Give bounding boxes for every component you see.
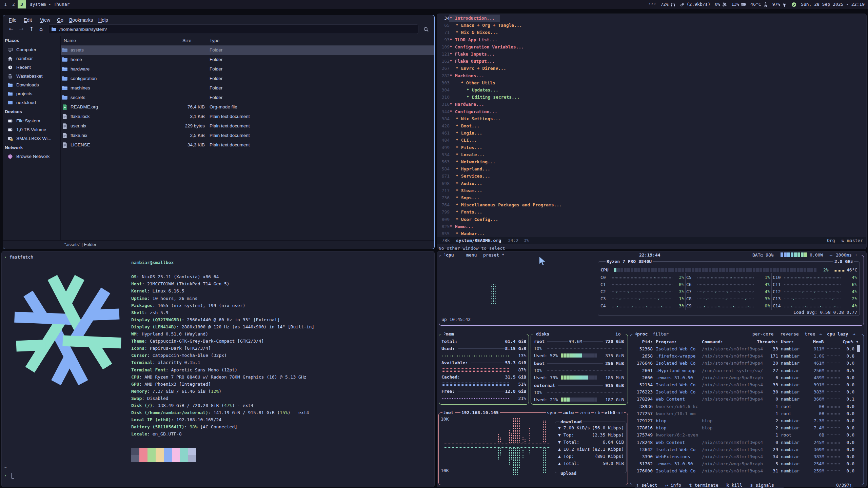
statusbar-module-idle-inhibitor[interactable]: ᶻᶻᶻ [648,0,656,9]
proc-header-threads[interactable]: Threads: [751,338,778,345]
tree-button[interactable]: tree [804,330,816,338]
statusbar-module-temperature[interactable]: 46°C [750,0,768,9]
statusbar-module-cpu-usage[interactable]: 0% [715,0,727,9]
menu-item-file[interactable]: File [9,16,17,24]
proc-row[interactable]: 178294Web Content/nix/store/sm8fmrf3wps4… [631,395,861,403]
menu-item-help[interactable]: Help [98,16,108,24]
sidebar-item-wastebasket[interactable]: Wastebasket [3,72,59,81]
sidebar-item-nextcloud[interactable]: nextcloud [3,98,59,107]
proc-header-program[interactable]: Program: [656,338,677,345]
proc-row[interactable]: 179127btopbtop2nambiar7.3M0.0 [631,417,861,424]
proc-row[interactable]: 176000Isolated Web Co/nix/store/sm8fmrf3… [631,467,861,474]
sidebar-item-recent[interactable]: Recent [3,63,59,72]
file-row-hardware[interactable]: hardwareFolder [61,64,434,74]
sidebar-item-computer[interactable]: Computer [3,45,59,54]
proc-header-memb[interactable]: MemB [813,338,824,345]
path-bar[interactable]: /home/nambiar/system/ [48,24,418,34]
net-download-spike [498,434,499,443]
fastfetch-line: Display (LEN414B): 2880x1800 @ 120 Hz (a… [131,323,314,330]
file-row-configuration[interactable]: configurationFolder [61,74,434,83]
proc-header-cpu[interactable]: Cpu% ↑ [831,338,859,345]
sort-next-button[interactable]: → [852,330,856,338]
iface-next-button[interactable]: n→ [616,409,624,416]
menu-item-go[interactable]: Go [57,16,63,24]
interval-minus-button[interactable]: — [829,251,833,259]
proc-row[interactable]: 176223Isolated Web Co/nix/store/sm8fmrf3… [631,388,861,395]
tab-mem[interactable]: 2mem [443,330,455,338]
sidebar-devices-header: Devices [5,108,22,116]
sidebar-item-smallbox-wi-[interactable]: SMALLBOX Wi... [3,134,59,143]
sidebar-item-1-0-tb-volume[interactable]: 1,0 TB Volume [3,125,59,134]
file-row-license[interactable]: LICENSE34,3 KiBPlain text document [61,140,434,150]
statusbar-module-battery[interactable]: 97% [772,0,787,9]
file-row-user-nix[interactable]: user.nix229 bytesPlain text document [61,121,434,131]
column-header-name[interactable]: Name [64,36,76,45]
statusbar-module-volume[interactable]: 72% [660,0,675,9]
statusbar-module-memory-usage[interactable]: 13% [731,0,746,9]
sort-prev-button[interactable]: ← [818,330,823,338]
file-row-flake-nix[interactable]: flake.nix2,5 KiBPlain text document [61,131,434,140]
file-row-assets[interactable]: assetsFolder [61,45,434,55]
proc-row[interactable]: 2660.emacs-31.0.50-/nix/store/wnqz5pa8ra… [631,374,861,381]
proc-header-command[interactable]: Command: [702,338,723,345]
proc-row[interactable]: 178616btopbtop2nambiar7.4M0.0 [631,424,861,431]
proc-scrollbar-thumb[interactable] [857,345,860,352]
proc-row[interactable]: 178248Web Content/nix/store/sm8fmrf3wps4… [631,439,861,446]
workspace-button-2[interactable]: 2 [9,0,18,8]
menu-button[interactable]: menu [465,251,478,259]
tab-cpu[interactable]: 1cpu [443,251,455,259]
sidebar-item-downloads[interactable]: Downloads [3,81,59,89]
filter-button[interactable]: filter [652,330,670,338]
proc-row[interactable]: 177257kworker/10:1-mm1root0B0.0 [631,410,861,417]
menu-item-edit[interactable]: Edit [24,16,32,24]
io-button[interactable]: io [614,330,622,338]
per-core-button[interactable]: per-core [751,330,775,338]
up-button[interactable]: ↑ [28,25,35,33]
zero-button[interactable]: zero [578,409,591,416]
tab-proc[interactable]: 4proc [634,330,649,338]
proc-row[interactable]: 2658.firefox-wrappe/nix/store/sm8fmrf3wp… [631,352,861,360]
workspace-button-3[interactable]: 3 [18,0,26,8]
interval-plus-button[interactable]: + [854,251,859,259]
sync-button[interactable]: sync [546,409,558,416]
file-row-readme-org[interactable]: README.org76,4 KiBOrg-mode file [61,102,434,112]
proc-header-pid[interactable]: Pid: [632,338,653,345]
back-button[interactable]: ← [7,25,15,33]
proc-row[interactable]: 51762.emacs-31.0.50-/nix/store/wnqz5pa8r… [631,460,861,467]
file-row-flake-lock[interactable]: flake.lock3,1 KiBPlain text document [61,112,434,121]
forward-button[interactable]: → [18,25,25,33]
sidebar-item-nambiar[interactable]: nambiar [3,54,59,63]
file-row-home[interactable]: homeFolder [61,55,434,64]
file-row-machines[interactable]: machinesFolder [61,83,434,93]
proc-row[interactable]: 176646Isolated Web Co/nix/store/sm8fmrf3… [631,360,861,367]
iface-prev-button[interactable]: ←b [594,409,601,416]
statusbar-module-systemd-status[interactable] [791,2,796,7]
core-pct: 6% [846,281,857,288]
sidebar-item-projects[interactable]: projects [3,89,59,98]
statusbar-module-network[interactable]: (2.9kb/s) [680,0,710,9]
search-icon[interactable] [423,26,429,32]
proc-header-user[interactable]: User: [781,338,794,345]
menu-item-view[interactable]: View [40,16,50,24]
reverse-button[interactable]: reverse [779,330,800,338]
sidebar-item-file-system[interactable]: File System [3,117,59,125]
proc-row[interactable]: 3390WebExtensions/nix/store/sm8fmrf3wps4… [631,453,861,460]
home-button[interactable]: ⌂ [37,25,45,33]
tab-net[interactable]: 3net [442,409,455,416]
proc-row[interactable]: 52134Isolated Web Co/nix/store/sm8fmrf3w… [631,381,861,388]
proc-row[interactable]: 52368Isolated Web Co/nix/store/sm8fmrf3w… [631,345,861,352]
core-graph [784,277,841,279]
sidebar-item-browse-network[interactable]: Browse Network [3,152,59,161]
preset-button[interactable]: preset * [482,251,506,259]
proc-row[interactable]: 13642Isolated Web Co/nix/store/sm8fmrf3w… [631,446,861,453]
proc-row[interactable]: 2601.Hyprland-wrapp/run/current-system/s… [631,367,861,374]
statusbar-module-clock[interactable]: Sun, 28 Sep 2025 - 22:19 [801,0,865,9]
column-header-type[interactable]: Type [210,36,219,45]
workspace-button-1[interactable]: 1 [1,0,9,8]
file-row-secrets[interactable]: secretsFolder [61,93,434,102]
menu-item-bookmarks[interactable]: Bookmarks [69,16,93,24]
column-header-size[interactable]: Size [182,36,191,45]
proc-row[interactable]: 175749kworker/6:2-even1root0B0.0 [631,431,861,439]
auto-button[interactable]: auto [562,409,575,416]
proc-row[interactable]: 38936kworker/u64:6-kc1root0B0.0 [631,403,861,410]
